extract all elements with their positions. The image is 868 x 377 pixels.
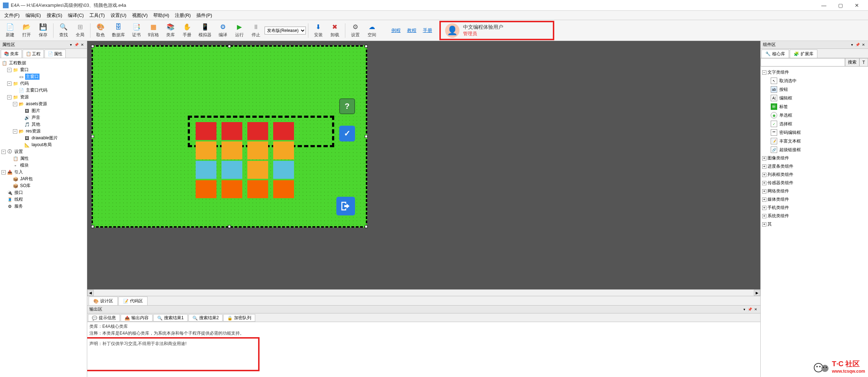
menu-file[interactable]: 文件(F) <box>1 11 23 20</box>
cat-phone[interactable]: +手机类组件 <box>761 204 867 212</box>
cell[interactable] <box>196 122 216 140</box>
link-example[interactable]: 例程 <box>391 27 401 34</box>
comp-link[interactable]: 🔗超级链接框 <box>761 145 867 154</box>
maximize-button[interactable]: ▢ <box>832 0 849 10</box>
tree-layout[interactable]: 📐layout布局 <box>1 141 86 148</box>
tab-proj[interactable]: 📋工程 <box>23 50 44 58</box>
tab-out[interactable]: 📤输出内容 <box>121 314 153 322</box>
handle-w[interactable] <box>91 135 94 138</box>
cat-list[interactable]: +列表框类组件 <box>761 171 867 179</box>
tb-uninstall[interactable]: ✖卸载 <box>327 22 343 39</box>
menu-help[interactable]: 帮助(H) <box>150 11 172 20</box>
tb-full[interactable]: ⊞全局 <box>72 22 88 39</box>
cell[interactable] <box>221 161 242 179</box>
tb-install[interactable]: ⬇安装 <box>311 22 326 39</box>
tree-window[interactable]: −📁窗口 <box>1 66 86 73</box>
cell[interactable] <box>247 180 268 198</box>
tb-save[interactable]: 💾保存 <box>35 22 51 39</box>
cell[interactable] <box>221 180 242 198</box>
comp-deselect[interactable]: ↖取消选中 <box>761 76 867 85</box>
expand-icon[interactable]: + <box>762 173 766 177</box>
collapse-icon[interactable]: − <box>7 68 11 72</box>
cat-other[interactable]: +其 <box>761 220 867 228</box>
tree-resres[interactable]: −📂res资源 <box>1 128 86 135</box>
handle-nw[interactable] <box>91 45 94 48</box>
tb-grid[interactable]: ▦9宫格 <box>145 22 162 39</box>
release-combo[interactable]: 发布版(Release) <box>265 27 306 34</box>
tree-service[interactable]: ⚙服务 <box>1 203 86 210</box>
tree-code[interactable]: −📁代码 <box>1 80 86 87</box>
handle-e[interactable] <box>365 135 368 138</box>
comp-label[interactable]: 标标签 <box>761 102 867 111</box>
dropdown-icon[interactable]: ▾ <box>68 42 73 47</box>
scroll-track[interactable] <box>94 290 754 296</box>
menu-search[interactable]: 搜索(S) <box>44 11 65 20</box>
expand-icon[interactable]: + <box>762 206 766 210</box>
tb-cert[interactable]: 📑证书 <box>129 22 144 39</box>
cell[interactable] <box>273 161 294 179</box>
tab-info[interactable]: 💬提示信息 <box>88 314 120 322</box>
tree-module[interactable]: ▫模块 <box>1 162 86 169</box>
tree-so[interactable]: 📦SO库 <box>1 182 86 189</box>
tree-root[interactable]: 📋工程数据 <box>1 60 86 66</box>
tb-sim[interactable]: 📱模拟器 <box>196 22 214 39</box>
tb-find[interactable]: 🔍查找 <box>56 22 71 39</box>
tree-thread[interactable]: 🧵线程 <box>1 196 86 203</box>
expand-icon[interactable]: + <box>762 181 766 185</box>
tab-s1[interactable]: 🔍搜索结果1 <box>153 314 188 322</box>
tree-assets[interactable]: −📂assets资源 <box>1 101 86 107</box>
tb-stop[interactable]: ⏸停止 <box>248 22 264 39</box>
tab-ext[interactable]: 🧩扩展库 <box>790 50 817 58</box>
tab-enc[interactable]: 🔒加密队列 <box>223 314 255 322</box>
tree-main-code[interactable]: 📄主窗口代码 <box>1 87 86 94</box>
comp-button[interactable]: ab按钮 <box>761 85 867 94</box>
tree-interface[interactable]: 🔌接口 <box>1 189 86 196</box>
close-icon[interactable]: ✕ <box>753 307 758 312</box>
handle-s[interactable] <box>228 225 231 228</box>
help-button[interactable]: ? <box>339 98 355 114</box>
close-button[interactable]: ✕ <box>849 0 865 10</box>
tb-settings[interactable]: ⚙设置 <box>347 22 363 39</box>
cell[interactable] <box>196 141 216 159</box>
cat-image[interactable]: +图像类组件 <box>761 154 867 162</box>
cell[interactable] <box>196 180 216 198</box>
tb-compile[interactable]: ⚙编译 <box>215 22 231 39</box>
design-form[interactable]: ? ✓ <box>92 45 367 228</box>
tb-run[interactable]: ▶运行 <box>232 22 247 39</box>
comp-radio[interactable]: ◉单选框 <box>761 111 867 120</box>
handle-sw[interactable] <box>91 225 94 228</box>
tb-new[interactable]: 📄新建 <box>2 22 18 39</box>
tab-s2[interactable]: 🔍搜索结果2 <box>188 314 223 322</box>
cell[interactable] <box>247 141 268 159</box>
cell[interactable] <box>273 141 294 159</box>
design-canvas[interactable]: ? ✓ <box>87 41 760 289</box>
dropdown-icon[interactable]: ▾ <box>742 307 747 312</box>
collapse-icon[interactable]: − <box>7 95 11 99</box>
menu-compile[interactable]: 编译(C) <box>65 11 87 20</box>
pin-icon[interactable]: 📌 <box>74 42 79 47</box>
cat-sys[interactable]: +系统类组件 <box>761 212 867 220</box>
scroll-right-icon[interactable]: ▶ <box>754 290 760 296</box>
h-scrollbar[interactable]: ◀ ▶ <box>87 289 760 296</box>
tab-core[interactable]: 🔧核心库 <box>761 50 789 58</box>
cell[interactable] <box>196 161 216 179</box>
exit-button[interactable] <box>336 197 355 215</box>
tab-design[interactable]: 🎨设计区 <box>89 297 118 305</box>
expand-icon[interactable]: + <box>762 197 766 202</box>
tb-open[interactable]: 📂打开 <box>19 22 34 39</box>
link-tutorial[interactable]: 教程 <box>407 27 416 34</box>
expand-icon[interactable]: + <box>762 164 766 169</box>
comp-rich[interactable]: 📝丰富文本框 <box>761 137 867 145</box>
menu-view[interactable]: 视图(V) <box>129 11 150 20</box>
handle-n[interactable] <box>228 45 231 48</box>
tb-man[interactable]: ✋手册 <box>179 22 195 39</box>
project-tree[interactable]: 📋工程数据 −📁窗口 ▭主窗口 −📁代码 📄主窗口代码 −📁资源 −📂asset… <box>0 58 87 377</box>
menu-plugin[interactable]: 插件(P) <box>193 11 215 20</box>
cat-progress[interactable]: +进度条类组件 <box>761 162 867 171</box>
pin-icon[interactable]: 📌 <box>855 42 860 47</box>
expand-icon[interactable]: + <box>762 222 766 227</box>
cat-net[interactable]: +网络类组件 <box>761 187 867 195</box>
collapse-icon[interactable]: − <box>13 129 17 134</box>
tree-prop[interactable]: 📋属性 <box>1 155 86 162</box>
menu-settings[interactable]: 设置(U) <box>108 11 129 20</box>
